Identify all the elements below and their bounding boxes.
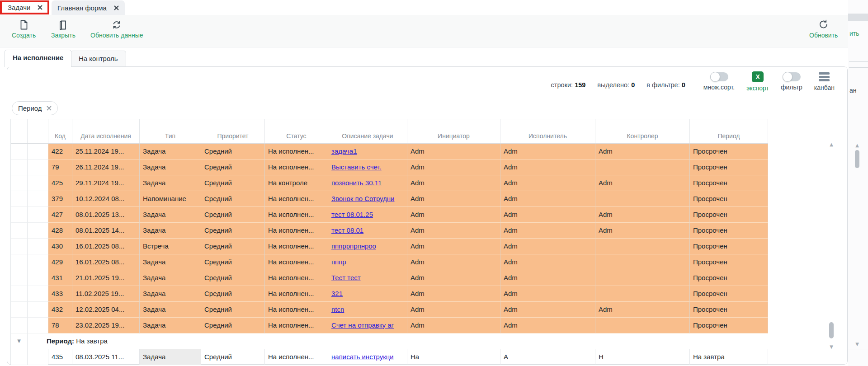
- row-select-cell[interactable]: [28, 144, 48, 160]
- header-executor[interactable]: Исполнитель: [500, 119, 595, 143]
- create-button[interactable]: Создать: [12, 19, 36, 39]
- task-description-link[interactable]: Звонок по Сотрудни: [331, 195, 395, 202]
- cell-type-focused[interactable]: Задача: [140, 349, 201, 365]
- scrollbar-thumb[interactable]: [829, 322, 834, 338]
- table-row[interactable]: 79 26.11.2024 19... Задача Средний На ис…: [11, 160, 768, 175]
- kanban-button[interactable]: канбан: [814, 72, 835, 91]
- refresh-data-button[interactable]: Обновить данные: [90, 19, 143, 39]
- close-icon[interactable]: [38, 5, 42, 10]
- background-partial-button[interactable]: ить: [849, 30, 859, 37]
- window-tab-tasks-label: Задачи: [8, 4, 30, 11]
- table-vertical-scrollbar[interactable]: ▲ ▼: [828, 142, 835, 350]
- table-row[interactable]: 430 16.01.2025 08... Встреча Средний На …: [11, 239, 768, 254]
- table-row[interactable]: 428 08.01.2025 14... Задача Средний На и…: [11, 223, 768, 239]
- table-row[interactable]: 422 25.11.2024 19... Задача Средний На и…: [11, 144, 768, 160]
- cell-executor: Adm: [500, 207, 595, 223]
- close-form-button[interactable]: Закрыть: [51, 19, 75, 39]
- scroll-up-icon[interactable]: ▲: [854, 143, 861, 148]
- table-row[interactable]: 379 10.12.2024 08... Напоминание Средний…: [11, 191, 768, 207]
- task-description-link[interactable]: ntcn: [331, 305, 344, 313]
- toggle-off-icon[interactable]: [710, 72, 728, 81]
- row-select-cell[interactable]: [28, 175, 48, 191]
- header-description[interactable]: Описание задачи: [328, 119, 407, 143]
- cell-description: Выставить счет.: [328, 160, 407, 175]
- cell-status: На исполнен...: [265, 302, 328, 318]
- table-row[interactable]: 78 23.02.2025 19... Задача Средний На ис…: [11, 318, 768, 333]
- refresh-button[interactable]: Обновить: [809, 19, 838, 39]
- cell-type: Задача: [140, 318, 201, 333]
- task-description-link[interactable]: позвонить 30.11: [331, 179, 382, 187]
- cell-executor: Adm: [500, 191, 595, 207]
- row-select-cell[interactable]: [28, 318, 48, 333]
- task-description-link[interactable]: Выставить счет.: [331, 163, 382, 171]
- row-select-cell[interactable]: [28, 270, 48, 286]
- filter-toggle[interactable]: фильтр: [781, 72, 802, 91]
- close-icon[interactable]: [114, 5, 119, 10]
- row-select-cell[interactable]: [28, 286, 48, 302]
- table-row[interactable]: 429 16.01.2025 08... Задача Средний На и…: [11, 254, 768, 270]
- task-description-link[interactable]: тест 08.01.25: [331, 211, 373, 218]
- header-period[interactable]: Период: [690, 119, 768, 143]
- cell-controller: Adm: [595, 302, 690, 318]
- cell-controller: Adm: [595, 207, 690, 223]
- header-type[interactable]: Тип: [140, 119, 201, 143]
- multisort-toggle[interactable]: множ.сорт.: [703, 72, 735, 91]
- header-status[interactable]: Статус: [265, 119, 328, 143]
- row-select-cell[interactable]: [28, 349, 48, 365]
- row-select-cell[interactable]: [28, 207, 48, 223]
- row-select-cell[interactable]: [28, 302, 48, 318]
- task-description-link[interactable]: 321: [331, 290, 343, 297]
- cell-priority: Средний: [201, 286, 265, 302]
- scroll-down-icon[interactable]: ▼: [854, 342, 861, 347]
- group-row-period-tomorrow[interactable]: ▼ Период: На завтра: [11, 333, 768, 349]
- row-expander-cell: [11, 191, 28, 207]
- row-select-cell[interactable]: [28, 160, 48, 175]
- collapse-triangle-icon[interactable]: ▼: [11, 333, 28, 349]
- scrollbar-thumb[interactable]: [855, 150, 859, 168]
- header-date[interactable]: Дата исполнения: [72, 119, 140, 143]
- table-row[interactable]: 432 12.02.2025 04... Задача Средний На и…: [11, 302, 768, 318]
- window-tab-tasks[interactable]: Задачи: [0, 0, 49, 14]
- row-select-cell[interactable]: [28, 223, 48, 239]
- cell-type: Задача: [140, 302, 201, 318]
- close-icon[interactable]: [47, 106, 52, 111]
- row-select-cell[interactable]: [28, 239, 48, 254]
- task-description-link[interactable]: тест 08.01: [331, 226, 363, 234]
- row-select-cell[interactable]: [28, 254, 48, 270]
- header-initiator[interactable]: Инициатор: [407, 119, 500, 143]
- cell-executor: Adm: [500, 254, 595, 270]
- table-row[interactable]: 427 08.01.2025 13... Задача Средний На и…: [11, 207, 768, 223]
- cell-period: Просрочен: [690, 175, 768, 191]
- header-code[interactable]: Код: [48, 119, 72, 143]
- header-priority[interactable]: Приоритет: [201, 119, 265, 143]
- cell-initiator: На: [407, 349, 500, 365]
- cell-period: На завтра: [690, 349, 768, 365]
- task-description-link[interactable]: Тест тест: [331, 274, 361, 282]
- table-row[interactable]: 435 08.03.2025 11... Задача Средний На и…: [11, 349, 768, 365]
- table-row[interactable]: 433 11.02.2025 19... Задача Средний На и…: [11, 286, 768, 302]
- tab-control[interactable]: На контроль: [71, 51, 126, 67]
- group-by-period-chip[interactable]: Период: [12, 101, 58, 115]
- cell-code: 379: [48, 191, 72, 207]
- excel-export-icon: X: [752, 71, 764, 82]
- window-tab-main-form[interactable]: Главная форма: [52, 0, 125, 15]
- task-description-link[interactable]: написать инструкци: [331, 353, 394, 361]
- cell-code: 428: [48, 223, 72, 239]
- toggle-off-icon[interactable]: [783, 72, 801, 81]
- row-select-cell[interactable]: [28, 191, 48, 207]
- table-row[interactable]: 431 21.01.2025 19... Задача Средний На и…: [11, 270, 768, 286]
- tab-execution[interactable]: На исполнение: [5, 50, 71, 67]
- background-partial-label: ан: [849, 87, 857, 94]
- scroll-up-icon[interactable]: ▲: [828, 142, 835, 147]
- task-description-link[interactable]: задача1: [331, 147, 357, 155]
- cell-date: 08.01.2025 13...: [72, 207, 140, 223]
- scroll-down-icon[interactable]: ▼: [828, 344, 835, 350]
- task-description-link[interactable]: пппррпрпнроо: [331, 242, 376, 250]
- task-description-link[interactable]: пппр: [331, 258, 346, 266]
- background-vertical-scrollbar[interactable]: ▲ ▼: [854, 143, 861, 347]
- cell-executor: Adm: [500, 160, 595, 175]
- task-description-link[interactable]: Счет на отправку аг: [331, 321, 394, 329]
- export-button[interactable]: X экспорт: [746, 71, 769, 92]
- header-controller[interactable]: Контролер: [595, 119, 690, 143]
- table-row[interactable]: 425 29.11.2024 19... Задача Средний На к…: [11, 175, 768, 191]
